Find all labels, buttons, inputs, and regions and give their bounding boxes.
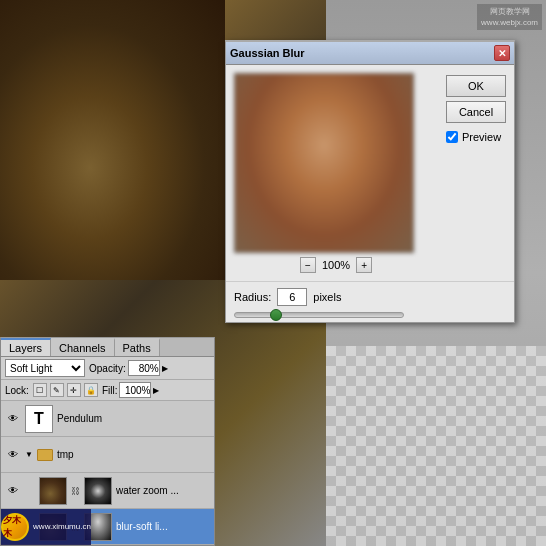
layer-eye-tmp[interactable]: 👁: [5, 447, 21, 463]
radius-slider[interactable]: [234, 312, 404, 318]
layers-lock-row: Lock: ☐ ✎ ✛ 🔒 Fill: ▶: [1, 380, 214, 401]
watermark-logo: 夕木木: [1, 513, 29, 541]
layers-tabs: Layers Channels Paths: [1, 338, 214, 357]
radius-unit: pixels: [313, 291, 341, 303]
folder-expand-tmp[interactable]: ▼: [25, 450, 33, 459]
watermark-line1: 网页教学网: [481, 6, 538, 17]
fill-row: Fill: ▶: [102, 382, 160, 398]
fill-arrow[interactable]: ▶: [153, 386, 159, 395]
preview-checkbox[interactable]: [446, 131, 458, 143]
tab-layers[interactable]: Layers: [1, 338, 51, 356]
fill-label: Fill:: [102, 385, 118, 396]
opacity-row: Opacity: ▶: [89, 360, 168, 376]
watermark-line2: www.webjx.com: [481, 17, 538, 28]
radius-label: Radius:: [234, 291, 271, 303]
zoom-value: 100%: [322, 259, 350, 271]
opacity-input[interactable]: [128, 360, 160, 376]
layer-name-tmp: tmp: [57, 449, 210, 460]
dialog-buttons: OK Cancel Preview: [446, 73, 506, 273]
preview-label: Preview: [462, 131, 501, 143]
ok-button[interactable]: OK: [446, 75, 506, 97]
lock-position-button[interactable]: ✛: [67, 383, 81, 397]
top-watermark: 网页教学网 www.webjx.com: [477, 4, 542, 30]
lock-icons: ☐ ✎ ✛ 🔒: [33, 383, 98, 397]
radius-input[interactable]: [277, 288, 307, 306]
dialog-close-button[interactable]: ✕: [494, 45, 510, 61]
layer-name-blur: blur-soft li...: [116, 521, 210, 532]
lock-all-button[interactable]: 🔒: [84, 383, 98, 397]
dialog-title: Gaussian Blur: [230, 47, 305, 59]
bottom-watermark: 夕木木 www.ximumu.cn: [1, 509, 91, 545]
tab-channels[interactable]: Channels: [51, 338, 114, 356]
cancel-button[interactable]: Cancel: [446, 101, 506, 123]
opacity-label: Opacity:: [89, 363, 126, 374]
layer-thumb-water-mask: [84, 477, 112, 505]
layer-item-water-zoom[interactable]: 👁 ⛓ water zoom ...: [1, 473, 214, 509]
blend-mode-select[interactable]: Soft Light Normal Multiply: [5, 359, 85, 377]
layers-toolbar: Soft Light Normal Multiply Opacity: ▶: [1, 357, 214, 380]
layer-eye-pendulum[interactable]: 👁: [5, 411, 21, 427]
dialog-preview-image: [234, 73, 414, 253]
dialog-body: − 100% + OK Cancel Preview: [226, 65, 514, 281]
radius-row: Radius: pixels: [234, 288, 506, 306]
zoom-out-button[interactable]: −: [300, 257, 316, 273]
layer-name-water: water zoom ...: [116, 485, 210, 496]
layer-eye-water[interactable]: 👁: [5, 483, 21, 499]
gaussian-blur-dialog: Gaussian Blur ✕ − 100% + OK Cancel Previ…: [225, 40, 515, 323]
tab-paths[interactable]: Paths: [115, 338, 160, 356]
dialog-zoom-bar: − 100% +: [234, 257, 438, 273]
fill-input[interactable]: [119, 382, 151, 398]
layers-panel: Layers Channels Paths Soft Light Normal …: [0, 337, 215, 546]
layer-thumb-tmp: [37, 449, 53, 461]
layer-thumb-water-img: [39, 477, 67, 505]
radius-slider-thumb[interactable]: [270, 309, 282, 321]
dialog-preview-area: − 100% +: [234, 73, 438, 273]
layer-name-pendulum: Pendulum: [57, 413, 210, 424]
layer-item-tmp[interactable]: 👁 ▼ tmp: [1, 437, 214, 473]
checkerboard-pattern: [326, 346, 546, 546]
lock-label: Lock:: [5, 385, 29, 396]
radius-section: Radius: pixels: [226, 281, 514, 322]
layer-item-pendulum[interactable]: 👁 T Pendulum: [1, 401, 214, 437]
preview-checkbox-row: Preview: [446, 131, 506, 143]
chain-link-water: ⛓: [71, 486, 80, 496]
watermark-text: www.ximumu.cn: [33, 521, 91, 532]
dialog-titlebar: Gaussian Blur ✕: [226, 42, 514, 65]
layer-thumb-pendulum: T: [25, 405, 53, 433]
opacity-arrow[interactable]: ▶: [162, 364, 168, 373]
lock-transparent-button[interactable]: ☐: [33, 383, 47, 397]
zoom-in-button[interactable]: +: [356, 257, 372, 273]
bg-left-pirate: [0, 0, 225, 280]
lock-pixels-button[interactable]: ✎: [50, 383, 64, 397]
